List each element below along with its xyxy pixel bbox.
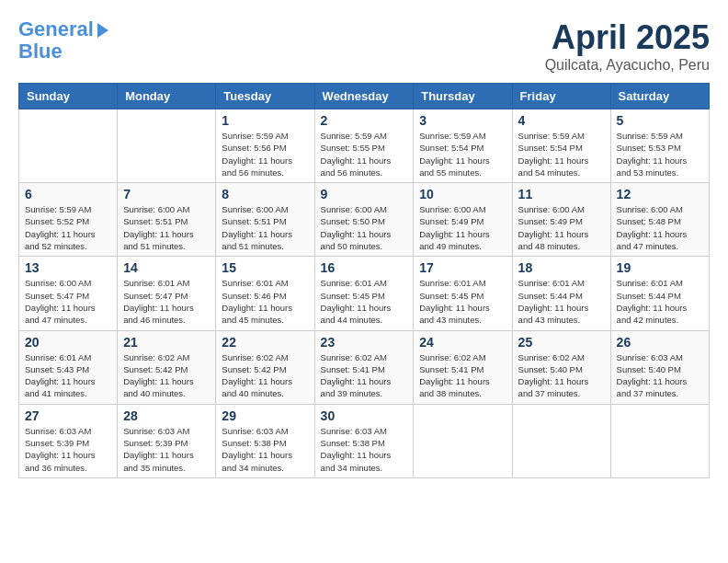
day-number: 29: [222, 408, 308, 423]
calendar-cell: 20Sunrise: 6:01 AM Sunset: 5:43 PM Dayli…: [19, 330, 118, 404]
calendar-cell: 29Sunrise: 6:03 AM Sunset: 5:38 PM Dayli…: [216, 404, 314, 477]
header: General Blue April 2025 Quilcata, Ayacuc…: [18, 18, 710, 74]
day-number: 1: [222, 113, 308, 128]
day-info: Sunrise: 6:02 AM Sunset: 5:41 PM Dayligh…: [419, 351, 506, 400]
day-info: Sunrise: 6:03 AM Sunset: 5:38 PM Dayligh…: [321, 425, 408, 474]
calendar-cell: 15Sunrise: 6:01 AM Sunset: 5:46 PM Dayli…: [216, 257, 314, 330]
calendar-cell: [610, 404, 709, 477]
calendar-cell: 4Sunrise: 5:59 AM Sunset: 5:54 PM Daylig…: [512, 109, 610, 183]
calendar-cell: 22Sunrise: 6:02 AM Sunset: 5:42 PM Dayli…: [216, 330, 314, 404]
calendar-week-4: 20Sunrise: 6:01 AM Sunset: 5:43 PM Dayli…: [19, 330, 710, 404]
calendar-cell: [414, 404, 512, 477]
calendar-table: SundayMondayTuesdayWednesdayThursdayFrid…: [18, 83, 710, 478]
day-number: 22: [222, 335, 308, 350]
day-info: Sunrise: 6:00 AM Sunset: 5:51 PM Dayligh…: [123, 203, 210, 252]
day-info: Sunrise: 6:00 AM Sunset: 5:47 PM Dayligh…: [25, 277, 111, 326]
day-number: 15: [222, 260, 308, 275]
calendar-cell: 13Sunrise: 6:00 AM Sunset: 5:47 PM Dayli…: [19, 257, 118, 330]
day-number: 8: [222, 187, 308, 201]
header-day-sunday: Sunday: [19, 84, 118, 109]
calendar-cell: 1Sunrise: 5:59 AM Sunset: 5:56 PM Daylig…: [216, 109, 314, 183]
day-info: Sunrise: 6:00 AM Sunset: 5:48 PM Dayligh…: [617, 203, 703, 252]
calendar-cell: 30Sunrise: 6:03 AM Sunset: 5:38 PM Dayli…: [314, 404, 414, 477]
day-number: 23: [321, 335, 408, 350]
day-number: 11: [518, 187, 605, 201]
calendar-cell: 26Sunrise: 6:03 AM Sunset: 5:40 PM Dayli…: [610, 330, 709, 404]
calendar-cell: 5Sunrise: 5:59 AM Sunset: 5:53 PM Daylig…: [610, 109, 709, 183]
calendar-header-row: SundayMondayTuesdayWednesdayThursdayFrid…: [19, 84, 710, 109]
day-number: 7: [123, 187, 210, 201]
calendar-cell: 12Sunrise: 6:00 AM Sunset: 5:48 PM Dayli…: [610, 183, 709, 257]
calendar-cell: 21Sunrise: 6:02 AM Sunset: 5:42 PM Dayli…: [118, 330, 216, 404]
logo-icon: [97, 23, 108, 38]
header-day-monday: Monday: [118, 84, 216, 109]
day-number: 17: [419, 260, 506, 275]
day-info: Sunrise: 6:01 AM Sunset: 5:45 PM Dayligh…: [321, 277, 408, 326]
day-number: 12: [617, 187, 703, 201]
calendar-week-1: 1Sunrise: 5:59 AM Sunset: 5:56 PM Daylig…: [19, 109, 710, 183]
calendar-title: April 2025: [545, 18, 710, 57]
day-info: Sunrise: 6:00 AM Sunset: 5:50 PM Dayligh…: [321, 203, 408, 252]
day-info: Sunrise: 6:01 AM Sunset: 5:43 PM Dayligh…: [25, 351, 111, 400]
day-number: 19: [617, 260, 703, 275]
day-info: Sunrise: 5:59 AM Sunset: 5:54 PM Dayligh…: [518, 130, 605, 178]
calendar-cell: 25Sunrise: 6:02 AM Sunset: 5:40 PM Dayli…: [512, 330, 610, 404]
day-number: 4: [518, 113, 605, 128]
header-day-friday: Friday: [512, 84, 610, 109]
calendar-cell: 2Sunrise: 5:59 AM Sunset: 5:55 PM Daylig…: [314, 109, 414, 183]
calendar-cell: 18Sunrise: 6:01 AM Sunset: 5:44 PM Dayli…: [512, 257, 610, 330]
day-info: Sunrise: 6:03 AM Sunset: 5:40 PM Dayligh…: [617, 351, 703, 400]
day-number: 3: [419, 113, 506, 128]
title-area: April 2025 Quilcata, Ayacucho, Peru: [545, 18, 710, 74]
logo-line2: Blue: [18, 40, 108, 63]
calendar-cell: 23Sunrise: 6:02 AM Sunset: 5:41 PM Dayli…: [314, 330, 414, 404]
logo-line1: General: [18, 17, 94, 40]
calendar-cell: 17Sunrise: 6:01 AM Sunset: 5:45 PM Dayli…: [414, 257, 512, 330]
logo-text: General: [18, 18, 94, 40]
day-info: Sunrise: 5:59 AM Sunset: 5:55 PM Dayligh…: [321, 130, 408, 178]
day-number: 24: [419, 335, 506, 350]
day-info: Sunrise: 6:01 AM Sunset: 5:45 PM Dayligh…: [419, 277, 506, 326]
day-number: 21: [123, 335, 210, 350]
day-number: 14: [123, 260, 210, 275]
calendar-cell: 24Sunrise: 6:02 AM Sunset: 5:41 PM Dayli…: [414, 330, 512, 404]
day-number: 28: [123, 408, 210, 423]
day-info: Sunrise: 6:01 AM Sunset: 5:47 PM Dayligh…: [123, 277, 210, 326]
calendar-cell: 9Sunrise: 6:00 AM Sunset: 5:50 PM Daylig…: [314, 183, 414, 257]
calendar-cell: 14Sunrise: 6:01 AM Sunset: 5:47 PM Dayli…: [118, 257, 216, 330]
calendar-cell: [118, 109, 216, 183]
day-number: 18: [518, 260, 605, 275]
day-number: 30: [321, 408, 408, 423]
calendar-cell: 6Sunrise: 5:59 AM Sunset: 5:52 PM Daylig…: [19, 183, 118, 257]
day-number: 10: [419, 187, 506, 201]
day-info: Sunrise: 5:59 AM Sunset: 5:52 PM Dayligh…: [25, 203, 111, 252]
day-info: Sunrise: 6:02 AM Sunset: 5:42 PM Dayligh…: [222, 351, 308, 400]
header-day-tuesday: Tuesday: [216, 84, 314, 109]
day-info: Sunrise: 6:03 AM Sunset: 5:39 PM Dayligh…: [25, 425, 111, 474]
day-info: Sunrise: 6:01 AM Sunset: 5:44 PM Dayligh…: [518, 277, 605, 326]
header-day-wednesday: Wednesday: [314, 84, 414, 109]
calendar-cell: 19Sunrise: 6:01 AM Sunset: 5:44 PM Dayli…: [610, 257, 709, 330]
day-number: 5: [617, 113, 703, 128]
calendar-cell: [512, 404, 610, 477]
calendar-week-2: 6Sunrise: 5:59 AM Sunset: 5:52 PM Daylig…: [19, 183, 710, 257]
day-number: 13: [25, 260, 111, 275]
calendar-cell: 11Sunrise: 6:00 AM Sunset: 5:49 PM Dayli…: [512, 183, 610, 257]
day-info: Sunrise: 6:02 AM Sunset: 5:40 PM Dayligh…: [518, 351, 605, 400]
calendar-cell: 16Sunrise: 6:01 AM Sunset: 5:45 PM Dayli…: [314, 257, 414, 330]
day-info: Sunrise: 5:59 AM Sunset: 5:56 PM Dayligh…: [222, 130, 308, 178]
day-number: 2: [321, 113, 408, 128]
calendar-cell: 8Sunrise: 6:00 AM Sunset: 5:51 PM Daylig…: [216, 183, 314, 257]
day-info: Sunrise: 6:00 AM Sunset: 5:49 PM Dayligh…: [419, 203, 506, 252]
day-info: Sunrise: 5:59 AM Sunset: 5:54 PM Dayligh…: [419, 130, 506, 178]
calendar-week-5: 27Sunrise: 6:03 AM Sunset: 5:39 PM Dayli…: [19, 404, 710, 477]
day-info: Sunrise: 6:02 AM Sunset: 5:42 PM Dayligh…: [123, 351, 210, 400]
calendar-subtitle: Quilcata, Ayacucho, Peru: [545, 57, 710, 74]
day-number: 6: [25, 187, 111, 201]
day-info: Sunrise: 5:59 AM Sunset: 5:53 PM Dayligh…: [617, 130, 703, 178]
calendar-cell: 28Sunrise: 6:03 AM Sunset: 5:39 PM Dayli…: [118, 404, 216, 477]
day-info: Sunrise: 6:00 AM Sunset: 5:49 PM Dayligh…: [518, 203, 605, 252]
header-day-thursday: Thursday: [414, 84, 512, 109]
day-number: 20: [25, 335, 111, 350]
calendar-cell: 7Sunrise: 6:00 AM Sunset: 5:51 PM Daylig…: [118, 183, 216, 257]
